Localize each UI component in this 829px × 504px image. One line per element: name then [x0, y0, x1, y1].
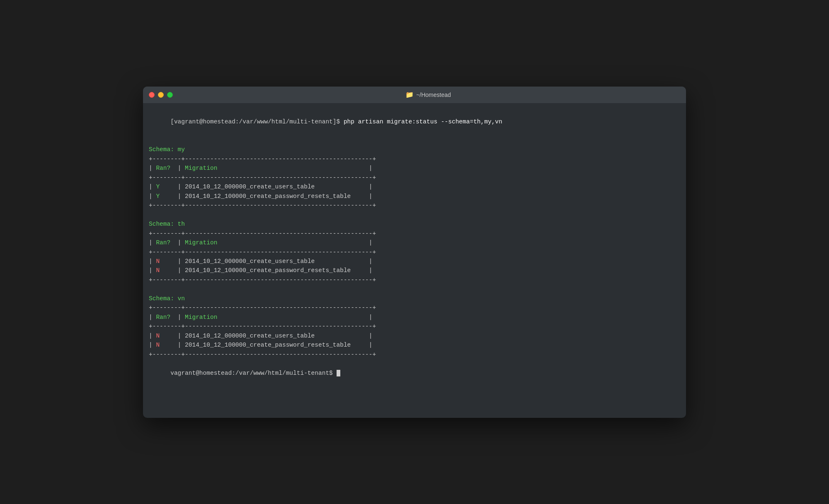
spacer-1	[149, 136, 680, 145]
final-prompt: vagrant@homestead:/var/www/html/multi-te…	[170, 370, 333, 376]
schema-my-sep3: +--------+------------------------------…	[149, 201, 680, 210]
schema-vn-row2: | N | 2014_10_12_100000_create_password_…	[149, 340, 680, 350]
schema-th-row1: | N | 2014_10_12_000000_create_users_tab…	[149, 257, 680, 266]
window-title: 📁 ~/Homestead	[176, 91, 680, 99]
schema-my-row1: | Y | 2014_10_12_000000_create_users_tab…	[149, 182, 680, 191]
prompt: [vagrant@homestead:/var/www/html/multi-t…	[170, 118, 340, 125]
schema-my-header: | Ran? | Migration |	[149, 164, 680, 173]
spacer-3	[149, 285, 680, 294]
schema-th-header: | Ran? | Migration |	[149, 238, 680, 247]
schema-vn-header: | Ran? | Migration |	[149, 313, 680, 322]
terminal-body[interactable]: [vagrant@homestead:/var/www/html/multi-t…	[143, 103, 686, 418]
schema-th-sep3: +--------+------------------------------…	[149, 275, 680, 285]
schema-my-row2: | Y | 2014_10_12_100000_create_password_…	[149, 192, 680, 201]
final-prompt-line: vagrant@homestead:/var/www/html/multi-te…	[149, 359, 680, 387]
cursor	[337, 370, 340, 376]
titlebar: 📁 ~/Homestead	[143, 87, 686, 103]
command-text: php artisan migrate:status --schema=th,m…	[340, 118, 502, 125]
schema-vn-sep2: +--------+------------------------------…	[149, 322, 680, 331]
command-line: [vagrant@homestead:/var/www/html/multi-t…	[149, 108, 680, 136]
minimize-button[interactable]	[158, 92, 164, 98]
schema-my-sep1: +--------+------------------------------…	[149, 154, 680, 164]
schema-th-sep1: +--------+------------------------------…	[149, 229, 680, 238]
schema-th-row2: | N | 2014_10_12_100000_create_password_…	[149, 266, 680, 275]
schema-my-label: Schema: my	[149, 145, 680, 154]
maximize-button[interactable]	[167, 92, 173, 98]
schema-th-sep2: +--------+------------------------------…	[149, 248, 680, 257]
folder-icon: 📁	[405, 91, 414, 99]
schema-th-label: Schema: th	[149, 219, 680, 229]
close-button[interactable]	[149, 92, 155, 98]
spacer-2	[149, 210, 680, 219]
schema-vn-sep3: +--------+------------------------------…	[149, 350, 680, 359]
schema-vn-row1: | N | 2014_10_12_000000_create_users_tab…	[149, 331, 680, 340]
schema-vn-label: Schema: vn	[149, 294, 680, 303]
terminal-window: 📁 ~/Homestead [vagrant@homestead:/var/ww…	[143, 87, 686, 418]
schema-my-sep2: +--------+------------------------------…	[149, 173, 680, 182]
title-text: ~/Homestead	[416, 92, 451, 98]
schema-vn-sep1: +--------+------------------------------…	[149, 303, 680, 312]
